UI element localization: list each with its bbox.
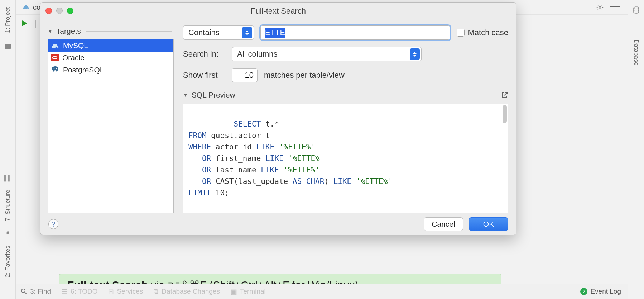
match-case-label: Match case — [468, 28, 509, 37]
search-term-highlight: ETTE — [265, 28, 285, 38]
find-label: 3: Find — [30, 288, 51, 295]
checkbox-icon — [457, 29, 465, 37]
targets-list[interactable]: MySQL Oracle PostgreSQL — [48, 39, 174, 213]
structure-tool-button[interactable]: 7: Structure — [4, 187, 11, 224]
search-input[interactable]: ETTE — [260, 25, 450, 40]
sql-preview-box[interactable]: SELECT t.* FROM guest.actor t WHERE acto… — [183, 104, 508, 213]
left-tool-rail: 1: Project ▌▌ 7: Structure ★ 2: Favorite… — [0, 0, 16, 299]
postgresql-icon — [51, 66, 59, 74]
star-icon: ★ — [5, 228, 11, 236]
svg-rect-2 — [51, 54, 59, 61]
select-arrows-icon — [410, 48, 420, 60]
svg-point-5 — [56, 68, 57, 70]
todo-icon: ☰ — [62, 288, 68, 296]
run-button[interactable] — [20, 19, 29, 28]
chevron-down-icon: ▼ — [183, 92, 188, 98]
search-in-value: All columns — [237, 49, 410, 59]
services-label: Services — [117, 288, 143, 295]
db-changes-label: Database Changes — [162, 288, 220, 295]
terminal-tool-button[interactable]: ▣ Terminal — [231, 288, 266, 296]
chevron-down-icon: ▼ — [48, 28, 53, 34]
sql-preview-header[interactable]: ▼ SQL Preview — [183, 91, 508, 99]
match-mode-value: Contains — [188, 28, 242, 37]
top-right-toolbar: — — [596, 0, 628, 14]
target-oracle[interactable]: Oracle — [48, 52, 173, 64]
gear-icon[interactable] — [596, 3, 604, 11]
sql-preview-label: SQL Preview — [192, 91, 235, 99]
database-tool-button[interactable]: Database — [633, 39, 640, 66]
target-label: MySQL — [63, 41, 88, 50]
event-log-button[interactable]: 2 Event Log — [580, 284, 628, 299]
event-log-label: Event Log — [590, 288, 621, 295]
svg-point-0 — [634, 7, 639, 9]
right-tool-rail: Database — [628, 0, 644, 299]
services-tool-button[interactable]: ⊞ Services — [108, 288, 143, 296]
db-changes-tool-button[interactable]: ⧉ Database Changes — [154, 288, 220, 295]
project-tool-button[interactable]: 1: Project — [4, 4, 11, 36]
svg-line-7 — [25, 292, 27, 294]
bottom-tool-bar: 3: Find ☰ 6: TODO ⊞ Services ⧉ Database … — [16, 284, 628, 299]
favorites-tool-button[interactable]: 2: Favorites — [4, 243, 11, 280]
show-first-label: Show first — [183, 71, 225, 80]
structure-icon: ▌▌ — [4, 175, 11, 181]
full-text-search-dialog: Full-text Search ▼ Targets MySQL — [40, 2, 516, 235]
folder-icon — [5, 44, 11, 49]
zoom-window-button[interactable] — [67, 8, 73, 14]
todo-label: 6: TODO — [71, 288, 97, 295]
match-case-checkbox[interactable]: Match case — [457, 28, 509, 37]
terminal-icon: ▣ — [231, 288, 237, 296]
targets-label: Targets — [56, 27, 81, 35]
target-label: Oracle — [62, 53, 85, 62]
scrollbar-thumb[interactable] — [503, 105, 507, 123]
database-icon — [633, 6, 639, 14]
match-mode-select[interactable]: Contains — [183, 25, 254, 40]
services-icon: ⊞ — [108, 288, 114, 296]
dialog-footer: ? Cancel OK — [40, 213, 516, 235]
diff-icon: ⧉ — [154, 288, 159, 295]
target-label: PostgreSQL — [63, 66, 104, 74]
targets-panel: ▼ Targets MySQL Oracle — [40, 20, 174, 213]
popout-icon[interactable] — [501, 91, 508, 99]
select-arrows-icon — [242, 27, 252, 38]
dialog-titlebar[interactable]: Full-text Search — [40, 3, 516, 20]
minimize-window-button[interactable] — [56, 8, 63, 14]
todo-tool-button[interactable]: ☰ 6: TODO — [62, 288, 97, 296]
search-in-label: Search in: — [183, 49, 225, 59]
mysql-icon — [22, 4, 30, 11]
target-mysql[interactable]: MySQL — [48, 39, 173, 52]
svg-point-4 — [54, 68, 55, 70]
form-panel: Contains ETTE Match case Search in: All … — [174, 20, 516, 213]
notification-badge: 2 — [580, 288, 587, 295]
terminal-label: Terminal — [240, 288, 266, 295]
minimize-icon[interactable]: — — [610, 0, 620, 11]
targets-header[interactable]: ▼ Targets — [45, 25, 174, 39]
mysql-icon — [51, 42, 59, 49]
window-controls — [45, 8, 73, 14]
toolbar-separator: | — [34, 18, 37, 28]
cancel-button[interactable]: Cancel — [424, 217, 463, 231]
svg-point-6 — [21, 289, 25, 293]
help-button[interactable]: ? — [48, 219, 58, 229]
target-postgresql[interactable]: PostgreSQL — [48, 64, 173, 76]
ide-background: 1: Project ▌▌ 7: Structure ★ 2: Favorite… — [0, 0, 644, 299]
ok-button[interactable]: OK — [469, 217, 508, 231]
svg-point-1 — [599, 6, 601, 8]
dialog-title: Full-text Search — [251, 6, 306, 16]
close-window-button[interactable] — [45, 8, 52, 14]
search-icon — [21, 288, 27, 295]
show-first-suffix: matches per table/view — [264, 71, 345, 80]
oracle-icon — [51, 54, 59, 61]
search-in-select[interactable]: All columns — [232, 47, 422, 61]
find-tool-button[interactable]: 3: Find — [21, 288, 51, 295]
show-first-input[interactable] — [232, 68, 258, 82]
